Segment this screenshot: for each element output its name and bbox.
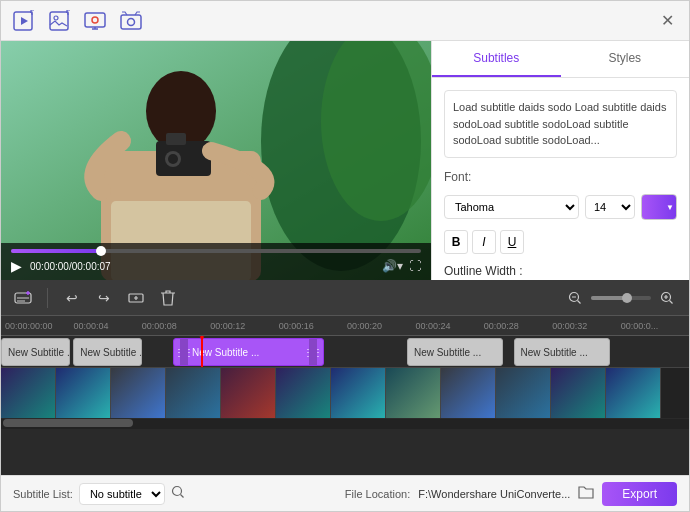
ruler-mark-3: 00:00:12 [208,321,276,331]
top-toolbar: ✕ [1,1,689,41]
video-thumbnail-track [1,368,689,418]
delete-button[interactable] [156,286,180,310]
svg-point-4 [92,17,98,23]
format-row: B I U [444,230,677,254]
video-preview: ▶ 00:00:00/00:00:07 🔊▾ ⛶ [1,41,431,280]
zoom-out-button[interactable] [563,286,587,310]
playhead: ▼ [201,336,203,367]
svg-rect-1 [50,12,68,30]
subtitle-clip-5[interactable]: New Subtitle ... [514,338,610,366]
file-location-label: File Location: [345,488,410,500]
timeline-toolbar: ↩ ↪ [1,280,689,316]
subtitle-list-label: Subtitle List: [13,488,73,500]
file-location-value: F:\Wondershare UniConverte... [418,488,570,500]
ruler-mark-6: 00:00:24 [413,321,481,331]
screen-record-icon[interactable] [83,9,107,33]
close-button[interactable]: ✕ [655,9,679,33]
right-panel: Subtitles Styles Load subtitle daids sod… [431,41,689,280]
play-button[interactable]: ▶ [11,258,22,274]
ruler-mark-1: 00:00:04 [71,321,139,331]
ruler-marks: 00:00:00:00 00:00:04 00:00:08 00:00:12 0… [1,321,689,331]
video-thumb-1 [1,368,56,418]
timeline-area: ↩ ↪ 0 [1,280,689,475]
toolbar-separator [47,288,48,308]
video-thumb-7 [331,368,386,418]
main-area: ▶ 00:00:00/00:00:07 🔊▾ ⛶ Subtitles Style… [1,41,689,280]
ruler-mark-2: 00:00:08 [140,321,208,331]
audio-settings-icon[interactable]: 🔊▾ [382,259,403,273]
status-left: Subtitle List: No subtitle [13,483,185,505]
subtitle-list-select[interactable]: No subtitle [79,483,165,505]
ruler-mark-9: 00:00:0... [619,321,687,331]
toolbar-icons [11,9,143,33]
outline-title: Outline Width : [444,264,677,278]
tab-subtitles[interactable]: Subtitles [432,41,561,77]
subtitle-clip-3-active[interactable]: ⋮ New Subtitle ... ⋮ [173,338,324,366]
video-thumb-8 [386,368,441,418]
add-media-icon[interactable] [11,9,35,33]
ruler-mark-8: 00:00:32 [550,321,618,331]
font-family-select[interactable]: Tahoma [444,195,579,219]
ruler-mark-4: 00:00:16 [277,321,345,331]
progress-bar[interactable] [11,249,421,253]
scroll-track [1,419,689,429]
subtitle-track: ▼ New Subtitle ... New Subtitle ... ⋮ Ne… [1,336,689,368]
video-thumb-5 [221,368,276,418]
timeline-tracks: ▼ New Subtitle ... New Subtitle ... ⋮ Ne… [1,336,689,475]
progress-fill [11,249,101,253]
subtitle-clip-4[interactable]: New Subtitle ... [407,338,503,366]
status-bar: Subtitle List: No subtitle File Location… [1,475,689,511]
ruler-mark-7: 00:00:28 [482,321,550,331]
subtitle-textarea[interactable]: Load subtitle daids sodo Load subtitle d… [444,90,677,158]
app-window: ✕ [0,0,690,512]
svg-rect-5 [121,15,141,29]
video-thumb-4 [166,368,221,418]
zoom-slider[interactable] [591,296,651,300]
timeline-ruler: 00:00:00:00 00:00:04 00:00:08 00:00:12 0… [1,316,689,336]
underline-button[interactable]: U [500,230,524,254]
clip-right-handle[interactable]: ⋮ [309,339,317,365]
svg-rect-3 [85,13,105,27]
redo-button[interactable]: ↪ [92,286,116,310]
clip-left-handle[interactable]: ⋮ [180,339,188,365]
font-size-select[interactable]: 14 [585,195,635,219]
bold-button[interactable]: B [444,230,468,254]
font-row: Tahoma 14 [444,194,677,220]
video-controls: ▶ 00:00:00/00:00:07 🔊▾ ⛶ [1,243,431,280]
subtitle-clips: ▼ New Subtitle ... New Subtitle ... ⋮ Ne… [1,336,689,367]
tab-styles[interactable]: Styles [561,41,690,77]
controls-row: ▶ 00:00:00/00:00:07 🔊▾ ⛶ [11,258,421,274]
video-thumb-10 [496,368,551,418]
video-thumb-9 [441,368,496,418]
add-photo-icon[interactable] [47,9,71,33]
font-label: Font: [444,170,489,184]
svg-point-6 [128,18,135,25]
status-right: File Location: F:\Wondershare UniConvert… [345,482,677,506]
undo-button[interactable]: ↩ [60,286,84,310]
svg-point-15 [168,154,178,164]
tab-bar: Subtitles Styles [432,41,689,78]
svg-rect-12 [156,141,211,176]
scroll-thumb[interactable] [3,419,133,427]
zoom-controls [563,286,679,310]
font-color-button[interactable] [641,194,677,220]
folder-icon[interactable] [578,485,594,502]
svg-point-21 [172,487,181,496]
add-track-button[interactable] [124,286,148,310]
add-camera-icon[interactable] [119,9,143,33]
search-icon[interactable] [171,485,185,502]
fullscreen-icon[interactable]: ⛶ [409,259,421,273]
video-thumb-6 [276,368,331,418]
font-label-row: Font: [444,170,677,184]
ruler-mark-5: 00:00:20 [345,321,413,331]
video-thumb-12 [606,368,661,418]
export-button[interactable]: Export [602,482,677,506]
ruler-mark-0: 00:00:00:00 [3,321,71,331]
ctrl-icons: 🔊▾ ⛶ [382,259,421,273]
subtitle-clip-1[interactable]: New Subtitle ... [1,338,70,366]
svg-point-2 [54,16,58,20]
subtitle-clip-2[interactable]: New Subtitle ... [73,338,142,366]
italic-button[interactable]: I [472,230,496,254]
add-subtitle-button[interactable] [11,286,35,310]
zoom-in-button[interactable] [655,286,679,310]
